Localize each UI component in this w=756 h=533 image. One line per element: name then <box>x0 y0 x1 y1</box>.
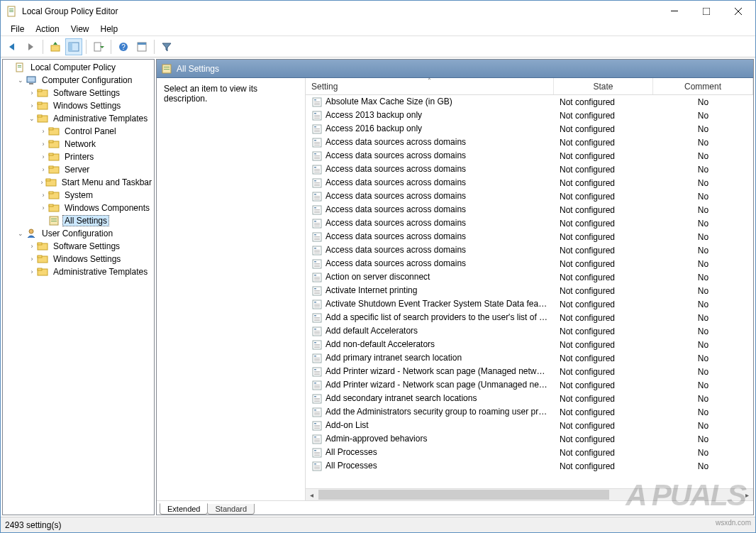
table-row[interactable]: Add a specific list of search providers … <box>306 311 753 324</box>
table-row[interactable]: Access data sources across domainsNot co… <box>306 149 753 163</box>
close-button[interactable] <box>722 1 754 21</box>
properties-button[interactable] <box>133 38 150 55</box>
expand-icon[interactable]: › <box>38 139 48 149</box>
svg-rect-151 <box>314 344 320 345</box>
tree-item[interactable]: ›Printers <box>37 150 154 163</box>
expand-icon[interactable]: › <box>38 190 48 200</box>
folder-icon <box>37 266 48 278</box>
tree-user-config[interactable]: ⌄ User Configuration <box>14 227 154 240</box>
policy-item-icon <box>311 164 323 175</box>
list-body[interactable]: Absolute Max Cache Size (in GB)Not confi… <box>306 95 753 488</box>
table-row[interactable]: Add-on ListNot configuredNo <box>306 419 753 432</box>
table-row[interactable]: Activate Internet printingNot configured… <box>306 284 753 297</box>
menu-file[interactable]: File <box>5 23 30 35</box>
tree-item[interactable]: ›Windows Components <box>37 202 154 214</box>
tree-root[interactable]: Local Computer Policy <box>3 61 154 74</box>
table-row[interactable]: All ProcessesNot configuredNo <box>306 459 753 473</box>
horizontal-scrollbar[interactable]: ◂ ▸ <box>306 488 753 500</box>
table-row[interactable]: Add default AcceleratorsNot configuredNo <box>306 324 753 338</box>
table-row[interactable]: Access data sources across domainsNot co… <box>306 230 753 243</box>
expand-icon[interactable]: › <box>27 267 37 277</box>
up-folder-button[interactable] <box>47 38 64 55</box>
tree-item[interactable]: ›Network <box>37 138 154 150</box>
tab-standard[interactable]: Standard <box>207 504 255 515</box>
menu-view[interactable]: View <box>65 23 95 35</box>
table-row[interactable]: Absolute Max Cache Size (in GB)Not confi… <box>306 95 753 109</box>
scroll-right-button[interactable]: ▸ <box>741 489 753 500</box>
svg-rect-106 <box>314 223 320 224</box>
export-button[interactable] <box>90 38 107 55</box>
expand-icon[interactable]: › <box>38 152 48 162</box>
forward-button[interactable] <box>22 38 39 55</box>
expand-icon[interactable]: › <box>38 177 45 187</box>
table-row[interactable]: Access data sources across domainsNot co… <box>306 176 753 189</box>
expand-icon[interactable]: › <box>38 126 48 136</box>
maximize-button[interactable] <box>690 1 722 21</box>
minimize-button[interactable] <box>658 1 690 21</box>
expand-icon[interactable]: › <box>38 203 48 213</box>
tree-item[interactable]: ›Software Settings <box>26 87 154 99</box>
expand-icon[interactable]: › <box>27 88 37 98</box>
tree-item[interactable]: ›Windows Settings <box>26 99 154 112</box>
svg-rect-81 <box>314 155 320 156</box>
column-header-setting[interactable]: Setting⌃ <box>306 78 554 94</box>
expand-icon[interactable]: › <box>27 241 37 251</box>
policy-item-icon <box>311 245 323 256</box>
table-row[interactable]: Action on server disconnectNot configure… <box>306 270 753 284</box>
svg-rect-177 <box>314 413 320 414</box>
filter-button[interactable] <box>158 38 175 55</box>
menu-action[interactable]: Action <box>30 23 65 35</box>
table-row[interactable]: Admin-approved behaviorsNot configuredNo <box>306 432 753 446</box>
tab-extended[interactable]: Extended <box>160 503 208 515</box>
tree-item[interactable]: ›Start Menu and Taskbar <box>37 176 154 189</box>
tree-item[interactable]: ›Software Settings <box>26 240 154 253</box>
scroll-left-button[interactable]: ◂ <box>306 489 318 500</box>
table-row[interactable]: Access data sources across domainsNot co… <box>306 216 753 230</box>
folder-icon <box>48 189 60 201</box>
svg-rect-13 <box>69 43 72 51</box>
tree-all-settings[interactable]: All Settings <box>37 214 154 227</box>
expand-icon[interactable]: › <box>27 101 37 111</box>
scroll-thumb[interactable] <box>318 490 609 500</box>
tree-item[interactable]: ›Windows Settings <box>26 253 154 265</box>
column-header-comment[interactable]: Comment <box>653 78 753 94</box>
help-button[interactable]: ? <box>115 38 132 55</box>
table-row[interactable]: Access 2013 backup onlyNot configuredNo <box>306 109 753 122</box>
tree-pane[interactable]: Local Computer Policy ⌄ Computer Configu… <box>2 59 155 515</box>
show-tree-button[interactable] <box>65 38 82 55</box>
tree-item[interactable]: ›Server <box>37 163 154 176</box>
expand-icon[interactable]: › <box>27 254 37 264</box>
table-row[interactable]: Access data sources across domainsNot co… <box>306 243 753 257</box>
table-row[interactable]: Add Printer wizard - Network scan page (… <box>306 365 753 378</box>
table-row[interactable]: All ProcessesNot configuredNo <box>306 446 753 459</box>
tree-item[interactable]: ›Control Panel <box>37 125 154 138</box>
table-row[interactable]: Access data sources across domainsNot co… <box>306 203 753 216</box>
menu-help[interactable]: Help <box>95 23 124 35</box>
table-row[interactable]: Activate Shutdown Event Tracker System S… <box>306 297 753 311</box>
table-row[interactable]: Add primary intranet search locationNot … <box>306 351 753 365</box>
expander-icon[interactable] <box>4 62 14 72</box>
svg-rect-161 <box>314 371 320 372</box>
tree-item[interactable]: ›System <box>37 189 154 202</box>
table-row[interactable]: Access data sources across domainsNot co… <box>306 136 753 149</box>
table-row[interactable]: Access data sources across domainsNot co… <box>306 257 753 270</box>
collapse-icon[interactable]: ⌄ <box>27 114 37 123</box>
table-row[interactable]: Add secondary intranet search locationsN… <box>306 392 753 405</box>
svg-rect-171 <box>314 398 320 399</box>
table-row[interactable]: Access data sources across domainsNot co… <box>306 163 753 176</box>
tree-item[interactable]: ›Administrative Templates <box>26 265 154 278</box>
collapse-icon[interactable]: ⌄ <box>16 229 26 238</box>
expand-icon[interactable]: › <box>38 165 48 175</box>
table-row[interactable]: Access 2016 backup onlyNot configuredNo <box>306 122 753 136</box>
table-row[interactable]: Add Printer wizard - Network scan page (… <box>306 378 753 392</box>
tree-admin-templates[interactable]: ⌄Administrative Templates <box>26 112 154 125</box>
table-row[interactable]: Add the Administrators security group to… <box>306 405 753 419</box>
table-row[interactable]: Add non-default AcceleratorsNot configur… <box>306 338 753 351</box>
collapse-icon[interactable]: ⌄ <box>16 75 26 85</box>
table-row[interactable]: Access data sources across domainsNot co… <box>306 189 753 203</box>
svg-rect-126 <box>314 277 320 278</box>
column-header-state[interactable]: State <box>554 78 653 94</box>
back-button[interactable] <box>4 38 21 55</box>
tree-computer-config[interactable]: ⌄ Computer Configuration <box>14 74 154 87</box>
cell-setting: Access data sources across domains <box>306 176 554 189</box>
